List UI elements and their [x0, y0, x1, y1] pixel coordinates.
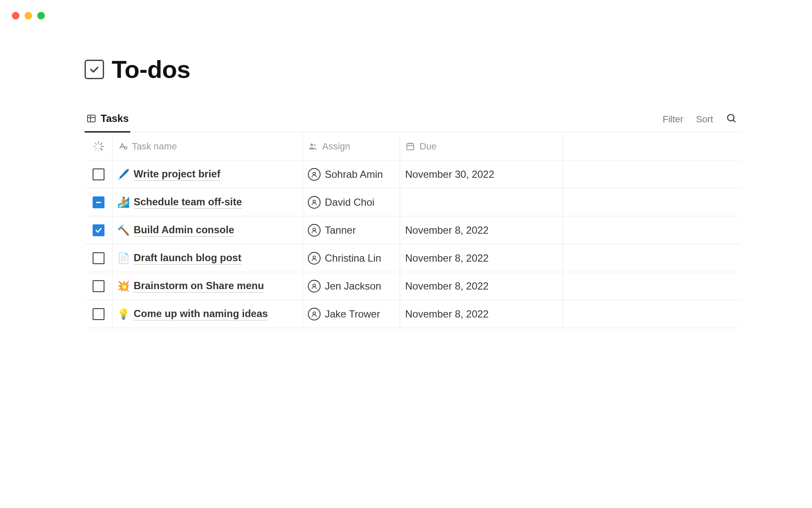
svg-point-14 [313, 200, 315, 202]
page-checkbox-icon [85, 60, 104, 79]
tasks-table: Task name Assign Due 🖊️Write project bri… [85, 133, 740, 328]
row-checkbox-cell [85, 272, 112, 300]
empty-cell [562, 188, 740, 216]
table-row[interactable]: 🔨Build Admin consoleTannerNovember 8, 20… [85, 216, 740, 244]
task-checkbox[interactable] [93, 252, 104, 264]
table-row[interactable]: 📄Draft launch blog postChristina LinNove… [85, 244, 740, 272]
tab-tasks[interactable]: Tasks [85, 107, 130, 133]
column-label: Due [420, 141, 436, 152]
search-icon[interactable] [726, 113, 737, 126]
task-name-cell[interactable]: 💥Brainstorm on Share menu [112, 272, 302, 300]
column-header-loading [85, 133, 112, 160]
due-cell[interactable] [400, 188, 562, 216]
assignee-name: Sohrab Amin [325, 168, 383, 180]
table-row[interactable]: 🏄Schedule team off-siteDavid Choi [85, 188, 740, 216]
filter-button[interactable]: Filter [663, 114, 683, 125]
column-label: Task name [132, 141, 177, 152]
column-header-assign[interactable]: Assign [302, 133, 400, 160]
row-checkbox-cell [85, 244, 112, 272]
row-checkbox-cell [85, 160, 112, 188]
svg-point-6 [310, 144, 313, 146]
assignee-cell[interactable]: Jen Jackson [302, 272, 400, 300]
due-cell[interactable]: November 8, 2022 [400, 300, 562, 328]
avatar [308, 280, 321, 293]
assignee-name: Jen Jackson [325, 280, 381, 292]
empty-cell [562, 272, 740, 300]
minimize-window-button[interactable] [25, 12, 32, 19]
task-checkbox[interactable] [93, 280, 104, 292]
due-cell[interactable]: November 8, 2022 [400, 272, 562, 300]
assignee-cell[interactable]: David Choi [302, 188, 400, 216]
svg-point-16 [313, 256, 315, 258]
avatar [308, 224, 321, 237]
task-name: Come up with naming ideas [134, 308, 268, 320]
sort-button[interactable]: Sort [696, 114, 713, 125]
svg-point-17 [313, 284, 315, 286]
empty-cell [562, 244, 740, 272]
view-actions: Filter Sort [663, 113, 737, 126]
task-checkbox[interactable] [93, 308, 104, 320]
svg-point-7 [314, 144, 316, 146]
column-header-empty[interactable] [562, 133, 740, 160]
empty-cell [562, 300, 740, 328]
due-cell[interactable]: November 8, 2022 [400, 216, 562, 244]
row-checkbox-cell [85, 216, 112, 244]
page-content: To-dos Tasks Filter Sort [85, 55, 740, 328]
task-emoji-icon: 🖊️ [118, 168, 129, 180]
task-name-cell[interactable]: 🔨Build Admin console [112, 216, 302, 244]
due-date: November 30, 2022 [405, 168, 494, 180]
avatar [308, 168, 321, 181]
svg-rect-8 [407, 144, 414, 150]
assignee-cell[interactable]: Jake Trower [302, 300, 400, 328]
loading-spinner-icon [93, 141, 104, 152]
task-name: Write project brief [134, 168, 220, 181]
due-cell[interactable]: November 8, 2022 [400, 244, 562, 272]
task-checkbox[interactable] [93, 224, 104, 236]
table-row[interactable]: 💥Brainstorm on Share menuJen JacksonNove… [85, 272, 740, 300]
window-traffic-lights [12, 12, 45, 19]
page-header: To-dos [85, 55, 740, 83]
column-header-task-name[interactable]: Task name [112, 133, 302, 160]
assignee-name: Christina Lin [325, 252, 381, 264]
task-name: Schedule team off-site [134, 196, 242, 209]
due-date: November 8, 2022 [405, 308, 488, 320]
assignee-cell[interactable]: Christina Lin [302, 244, 400, 272]
task-name-cell[interactable]: 💡Come up with naming ideas [112, 300, 302, 328]
column-header-due[interactable]: Due [400, 133, 562, 160]
table-header-row: Task name Assign Due [85, 133, 740, 160]
task-checkbox[interactable] [93, 196, 104, 208]
assignee-cell[interactable]: Sohrab Amin [302, 160, 400, 188]
due-cell[interactable]: November 30, 2022 [400, 160, 562, 188]
page-title[interactable]: To-dos [112, 55, 190, 83]
task-name: Build Admin console [134, 224, 234, 237]
text-property-icon [118, 141, 128, 152]
task-checkbox[interactable] [93, 168, 104, 180]
svg-line-4 [733, 120, 735, 122]
avatar [308, 196, 321, 209]
avatar [308, 252, 321, 265]
column-label: Assign [322, 141, 350, 152]
task-name-cell[interactable]: 📄Draft launch blog post [112, 244, 302, 272]
task-emoji-icon: 📄 [118, 252, 129, 264]
svg-point-15 [313, 228, 315, 230]
task-name-cell[interactable]: 🏄Schedule team off-site [112, 188, 302, 216]
svg-point-3 [727, 114, 734, 121]
row-checkbox-cell [85, 188, 112, 216]
assignee-cell[interactable]: Tanner [302, 216, 400, 244]
task-name-cell[interactable]: 🖊️Write project brief [112, 160, 302, 188]
date-property-icon [405, 141, 415, 152]
people-property-icon [308, 141, 318, 152]
table-row[interactable]: 💡Come up with naming ideasJake TrowerNov… [85, 300, 740, 328]
task-emoji-icon: 🔨 [118, 224, 129, 236]
svg-rect-0 [88, 115, 95, 122]
task-name: Draft launch blog post [134, 252, 241, 265]
task-emoji-icon: 💥 [118, 280, 129, 292]
due-date: November 8, 2022 [405, 252, 488, 264]
table-row[interactable]: 🖊️Write project briefSohrab AminNovember… [85, 160, 740, 188]
close-window-button[interactable] [12, 12, 19, 19]
table-icon [86, 113, 96, 124]
assignee-name: David Choi [325, 196, 374, 208]
zoom-window-button[interactable] [37, 12, 45, 19]
views-toolbar: Tasks Filter Sort [85, 107, 740, 133]
task-name: Brainstorm on Share menu [134, 280, 264, 293]
